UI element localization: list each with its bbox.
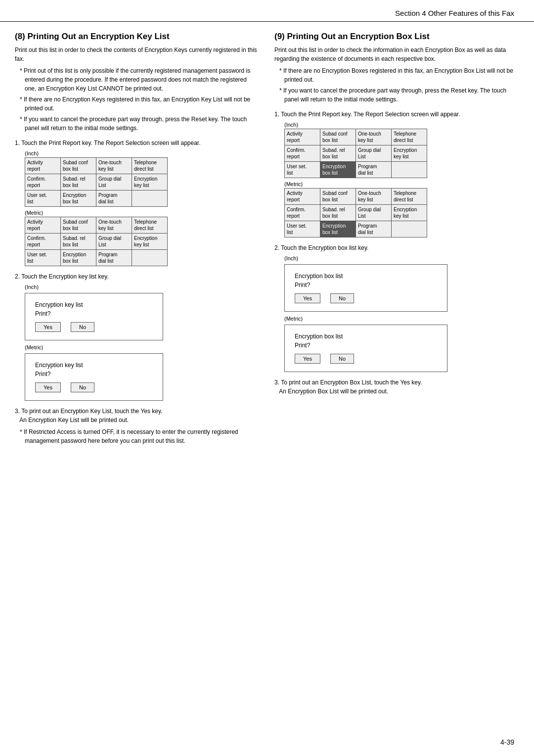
grid-cell[interactable]: Program dial list (356, 162, 392, 178)
grid-cell[interactable]: Confirm. report (25, 234, 61, 250)
left-yes-button-inch[interactable]: Yes (35, 322, 61, 332)
grid-cell[interactable]: Subad conf box list (320, 189, 356, 205)
left-dialog-inch: Encryption key list Print? Yes No (25, 293, 163, 340)
left-bullet-1: * Print out of this list is only possibl… (20, 66, 260, 93)
grid-cell[interactable]: Confirm. report (285, 205, 320, 221)
grid-cell[interactable]: Group dial List (96, 174, 132, 190)
left-dialog-inch-sub: Print? (35, 310, 153, 317)
right-no-button-metric[interactable]: No (330, 354, 354, 364)
grid-cell-highlighted[interactable]: Encryption box list (320, 162, 356, 178)
grid-cell[interactable]: Subad. rel box list (320, 205, 356, 221)
left-yes-button-metric[interactable]: Yes (35, 382, 61, 392)
grid-cell[interactable]: Telephone direct list (132, 158, 168, 174)
page-header: Section 4 Other Features of this Fax (0, 0, 534, 22)
grid-cell[interactable]: Encryption key list (392, 145, 427, 162)
right-step3: 3. To print out an Encryption Box List, … (274, 378, 519, 396)
grid-cell[interactable]: Encryption key list (392, 205, 427, 221)
grid-cell-empty (392, 221, 427, 237)
grid-cell[interactable]: One-touch key list (96, 217, 132, 234)
grid-cell[interactable]: User set. list (285, 162, 320, 178)
grid-cell[interactable]: Telephone direct list (392, 189, 427, 205)
right-inch-grid: Activity report Subad conf box list One-… (284, 129, 427, 178)
grid-cell[interactable]: Subad conf box list (61, 158, 96, 174)
left-no-button-metric[interactable]: No (71, 382, 94, 392)
grid-cell[interactable]: Activity report (25, 158, 61, 174)
grid-cell-empty (392, 162, 427, 178)
right-section-title: (9) Printing Out an Encryption Box List (274, 32, 519, 42)
right-dialog-metric-buttons: Yes No (295, 354, 437, 364)
grid-cell[interactable]: Subad. rel box list (61, 234, 96, 250)
grid-cell[interactable]: One-touch key list (96, 158, 132, 174)
grid-cell[interactable]: Program dial list (96, 190, 132, 207)
grid-cell[interactable]: Confirm. report (285, 145, 320, 162)
left-inch-grid-wrapper: (Inch) Activity report Subad conf box li… (25, 150, 260, 207)
left-dialog-inch-label: (Inch) (25, 284, 260, 290)
grid-cell[interactable]: Subad. rel box list (320, 145, 356, 162)
left-metric-label: (Metric) (25, 210, 260, 216)
left-intro: Print out this list in order to check th… (15, 46, 260, 63)
left-metric-grid: Activity report Subad conf box list One-… (25, 217, 168, 266)
grid-cell[interactable]: Confirm. report (25, 174, 61, 190)
grid-cell[interactable]: One-touch key list (356, 189, 392, 205)
grid-cell[interactable]: Encryption key list (132, 174, 168, 190)
grid-cell-highlighted[interactable]: Encryption box list (320, 221, 356, 237)
right-dialog-inch: Encryption box list Print? Yes No (284, 264, 447, 312)
left-dialog-inch-buttons: Yes No (35, 322, 153, 332)
grid-cell[interactable]: Activity report (285, 189, 320, 205)
grid-cell[interactable]: Group dial List (96, 234, 132, 250)
right-intro: Print out this list in order to check th… (274, 46, 519, 63)
grid-cell[interactable]: Group dial List (356, 145, 392, 162)
grid-cell[interactable]: Encryption key list (132, 234, 168, 250)
header-title: Section 4 Other Features of this Fax (395, 9, 514, 17)
left-inch-grid: Activity report Subad conf box list One-… (25, 157, 168, 207)
grid-cell[interactable]: Group dial List (356, 205, 392, 221)
right-dialog-inch-buttons: Yes No (295, 293, 437, 303)
grid-cell[interactable]: Subad conf box list (320, 129, 356, 145)
grid-cell[interactable]: Telephone direct list (392, 129, 427, 145)
grid-cell[interactable]: Program dial list (96, 250, 132, 266)
right-yes-button-metric[interactable]: Yes (295, 354, 320, 364)
right-section: (9) Printing Out an Encryption Box List … (274, 27, 519, 447)
grid-cell[interactable]: User set. list (285, 221, 320, 237)
grid-cell[interactable]: Encryption box list (61, 250, 96, 266)
right-metric-label: (Metric) (284, 181, 519, 187)
grid-cell[interactable]: Subad. rel box list (61, 174, 96, 190)
right-inch-grid-wrapper: (Inch) Activity report Subad conf box li… (284, 122, 519, 178)
left-step1: 1. Touch the Print Report key. The Repor… (15, 139, 260, 147)
right-dialog-metric-sub: Print? (295, 342, 437, 349)
grid-cell[interactable]: One-touch key list (356, 129, 392, 145)
grid-cell[interactable]: Activity report (25, 217, 61, 234)
page-number: 4-39 (500, 738, 514, 746)
right-no-button-inch[interactable]: No (330, 293, 354, 303)
left-dialog-metric-title: Encryption key list (35, 362, 153, 369)
left-bullet-3: * If you want to cancel the procedure pa… (20, 115, 260, 133)
grid-cell[interactable]: User set. list (25, 250, 61, 266)
right-metric-grid-wrapper: (Metric) Activity report Subad conf box … (284, 181, 519, 237)
right-dialog-metric: Encryption box list Print? Yes No (284, 325, 447, 372)
grid-cell[interactable]: Activity report (285, 129, 320, 145)
grid-cell[interactable]: User set. list (25, 190, 61, 207)
right-yes-button-inch[interactable]: Yes (295, 293, 320, 303)
left-bullet-2: * If there are no Encryption Keys regist… (20, 95, 260, 113)
left-step3-bullet: * If Restricted Access is turned OFF, it… (20, 427, 260, 445)
left-dialog-metric-label: (Metric) (25, 344, 260, 350)
right-dialog-inch-sub: Print? (295, 282, 437, 288)
right-inch-label: (Inch) (284, 122, 519, 128)
left-inch-label: (Inch) (25, 150, 260, 156)
grid-cell[interactable]: Program dial list (356, 221, 392, 237)
left-step3: 3. To print out an Encryption Key List, … (15, 407, 260, 425)
left-section: (8) Printing Out an Encryption Key List … (15, 27, 260, 447)
grid-cell[interactable]: Subad conf box list (61, 217, 96, 234)
left-metric-grid-wrapper: (Metric) Activity report Subad conf box … (25, 210, 260, 266)
left-dialog-inch-title: Encryption key list (35, 301, 153, 308)
right-dialog-inch-title: Encryption box list (295, 273, 437, 280)
grid-cell[interactable]: Telephone direct list (132, 217, 168, 234)
left-no-button-inch[interactable]: No (71, 322, 94, 332)
right-dialog-metric-title: Encryption box list (295, 333, 437, 340)
right-dialog-inch-label: (Inch) (284, 255, 519, 261)
left-dialog-metric: Encryption key list Print? Yes No (25, 353, 163, 401)
grid-cell[interactable]: Encryption box list (61, 190, 96, 207)
left-dialog-metric-buttons: Yes No (35, 382, 153, 392)
page-footer: 4-39 (500, 738, 514, 746)
grid-cell-empty (132, 250, 168, 266)
